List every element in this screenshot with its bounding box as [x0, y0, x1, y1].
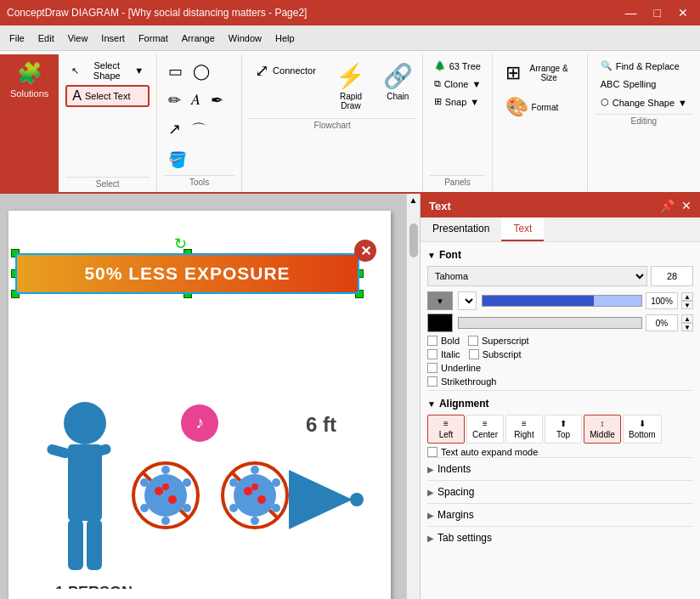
- view-menu[interactable]: View: [62, 31, 94, 46]
- zero-value[interactable]: [646, 314, 678, 331]
- opacity-up[interactable]: ▲: [681, 292, 693, 301]
- tool-arrow[interactable]: ↗: [164, 116, 185, 143]
- font-size-input[interactable]: [651, 266, 693, 286]
- underline-label: Underline: [441, 363, 481, 373]
- italic-checkbox[interactable]: [427, 349, 438, 359]
- window-menu[interactable]: Window: [223, 31, 268, 46]
- font-name-row: Tahoma: [427, 266, 693, 286]
- spelling-label: Spelling: [623, 79, 656, 89]
- panel-close-btn[interactable]: ✕: [681, 199, 692, 212]
- tab-presentation[interactable]: Presentation: [421, 218, 501, 241]
- solutions-label: Solutions: [10, 88, 48, 99]
- zero-up[interactable]: ▲: [681, 314, 693, 323]
- align-center-btn[interactable]: ≡ Center: [466, 415, 504, 444]
- superscript-checkbox[interactable]: [468, 336, 478, 346]
- textbox[interactable]: 50% LESS EXPOSURE: [15, 253, 359, 294]
- help-menu[interactable]: Help: [269, 31, 301, 46]
- tree-button[interactable]: 🌲 63 Tree: [428, 58, 487, 74]
- opacity-value[interactable]: [646, 292, 678, 309]
- svg-point-27: [272, 504, 280, 512]
- solutions-button[interactable]: 🧩 Solutions: [0, 54, 59, 192]
- select-shape-button[interactable]: ↖ Select Shape ▼: [65, 58, 150, 83]
- font-name-select[interactable]: Tahoma: [427, 266, 647, 286]
- insert-menu[interactable]: Insert: [95, 31, 131, 46]
- margins-section[interactable]: ▶ Margins: [427, 503, 693, 526]
- rapid-draw-button[interactable]: ⚡ Rapid Draw: [327, 58, 375, 115]
- tab-text[interactable]: Text: [501, 218, 544, 241]
- tool-circle[interactable]: ◯: [189, 58, 214, 85]
- subscript-checkbox-item: Subscript: [469, 349, 522, 359]
- align-top-btn[interactable]: ⬆ Top: [545, 415, 582, 444]
- format-menu[interactable]: Format: [133, 31, 174, 46]
- spelling-button[interactable]: ABC Spelling: [595, 76, 693, 92]
- align-bottom-btn[interactable]: ⬇ Bottom: [623, 415, 662, 444]
- canvas-page[interactable]: ↻ 50% LESS EXPOSURE ✕: [8, 211, 391, 599]
- opacity-slider-track[interactable]: [482, 295, 642, 307]
- alignment-section-header[interactable]: ▼ Alignment: [427, 398, 693, 410]
- align-bottom-label: Bottom: [629, 430, 656, 439]
- subscript-checkbox[interactable]: [469, 349, 479, 359]
- font-section-header[interactable]: ▼ Font: [427, 249, 693, 261]
- find-replace-button[interactable]: 🔍 Find & Replace: [595, 58, 693, 74]
- tool-text[interactable]: 𝐴: [187, 87, 205, 113]
- font-color-picker[interactable]: ▼: [427, 291, 453, 310]
- panel-pin-btn[interactable]: 📌: [660, 199, 675, 212]
- change-shape-button[interactable]: ⬡ Change Shape ▼: [595, 94, 693, 110]
- find-icon: 🔍: [601, 60, 612, 71]
- svg-point-19: [155, 487, 163, 495]
- underline-checkbox[interactable]: [427, 363, 438, 373]
- align-right-btn[interactable]: ≡ Right: [505, 415, 543, 444]
- tool-fill[interactable]: 🪣: [164, 146, 191, 173]
- clone-button[interactable]: ⧉ Clone ▼: [428, 76, 488, 92]
- delete-button[interactable]: ✕: [354, 240, 376, 262]
- text-auto-expand-checkbox[interactable]: [427, 447, 438, 457]
- scrollbar-thumb[interactable]: [409, 223, 418, 257]
- svg-text:6 ft: 6 ft: [306, 413, 336, 436]
- color-style-select[interactable]: [458, 291, 477, 310]
- select-section: ↖ Select Shape ▼ A Select Text Select: [59, 54, 157, 192]
- tool-arc[interactable]: ⌒: [187, 116, 211, 144]
- file-menu[interactable]: File: [3, 31, 31, 46]
- bold-checkbox[interactable]: [427, 336, 438, 346]
- canvas-scrollbar[interactable]: ▲ ▼: [406, 194, 420, 599]
- flowchart-section: ⤢ Connector ⚡ Rapid Draw 🔗 Chain Flowcha…: [242, 54, 423, 192]
- subscript-label: Subscript: [483, 349, 522, 359]
- maximize-btn[interactable]: □: [649, 4, 666, 21]
- opacity-down[interactable]: ▼: [681, 301, 693, 309]
- edit-menu[interactable]: Edit: [32, 31, 60, 46]
- close-btn[interactable]: ✕: [673, 4, 693, 21]
- tool-rectangle[interactable]: ▭: [164, 58, 187, 85]
- minimize-btn[interactable]: —: [620, 4, 642, 21]
- svg-point-25: [251, 466, 259, 474]
- spacing-section[interactable]: ▶ Spacing: [427, 480, 693, 503]
- chain-button[interactable]: 🔗 Chain: [380, 58, 415, 105]
- tool-pencil[interactable]: ✏: [164, 87, 185, 114]
- zero-slider-track[interactable]: [458, 317, 642, 329]
- svg-point-12: [144, 474, 187, 517]
- selection-wrapper[interactable]: 50% LESS EXPOSURE ✕: [15, 253, 359, 294]
- zero-down[interactable]: ▼: [681, 323, 693, 331]
- canvas-area[interactable]: ↻ 50% LESS EXPOSURE ✕: [0, 194, 406, 599]
- text-panel: Text 📌 ✕ Presentation Text ▼ Font Tahoma: [420, 194, 700, 599]
- align-middle-btn[interactable]: ↕ Middle: [584, 415, 621, 444]
- arrange-menu[interactable]: Arrange: [176, 31, 221, 46]
- svg-rect-5: [87, 519, 102, 570]
- font-section-label: Font: [439, 249, 461, 261]
- arrange-button[interactable]: ⊞ Arrange & Size: [500, 58, 580, 88]
- tool-pen[interactable]: ✒: [206, 87, 228, 114]
- indents-section[interactable]: ▶ Indents: [427, 457, 693, 480]
- opacity-slider-row: ▲ ▼: [482, 292, 693, 309]
- snap-button[interactable]: ⊞ Snap ▼: [428, 93, 486, 110]
- main-area: ↻ 50% LESS EXPOSURE ✕: [0, 194, 700, 599]
- strikethrough-checkbox[interactable]: [427, 376, 438, 387]
- select-text-button[interactable]: A Select Text: [65, 85, 150, 107]
- tab-settings-section[interactable]: ▶ Tab settings: [427, 526, 693, 549]
- align-middle-icon: ↕: [601, 419, 605, 428]
- font-bg-color-picker[interactable]: ▼: [427, 314, 453, 332]
- align-bottom-icon: ⬇: [639, 419, 646, 428]
- align-left-btn[interactable]: ≡ Left: [427, 415, 465, 444]
- format-button[interactable]: 🎨 Format: [500, 92, 565, 122]
- scroll-up-btn[interactable]: ▲: [408, 194, 420, 206]
- connector-button[interactable]: ⤢ Connector: [249, 58, 322, 83]
- style-row3: Underline: [427, 363, 693, 373]
